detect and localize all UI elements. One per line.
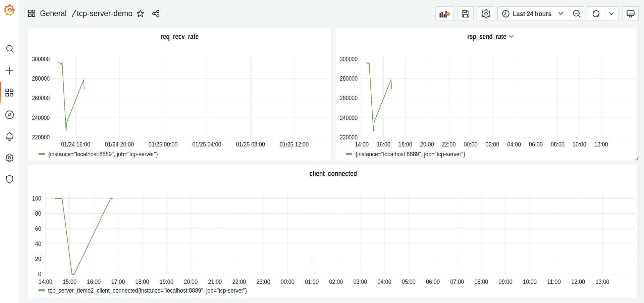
svg-text:08:00: 08:00 (474, 278, 488, 285)
svg-text:14:00: 14:00 (355, 141, 369, 148)
svg-text:21:00: 21:00 (208, 278, 222, 285)
svg-text:13:00: 13:00 (595, 278, 609, 285)
svg-text:02:00: 02:00 (329, 278, 343, 285)
svg-text:260000: 260000 (340, 95, 358, 101)
svg-text:240000: 240000 (340, 115, 358, 121)
svg-text:client_connected: client_connected (310, 169, 357, 178)
svg-text:11:00: 11:00 (547, 278, 561, 285)
svg-text:10:00: 10:00 (523, 278, 537, 285)
svg-text:04:00: 04:00 (378, 278, 391, 285)
svg-text:20:00: 20:00 (184, 278, 198, 285)
svg-text:03:00: 03:00 (353, 278, 367, 285)
svg-text:06:00: 06:00 (426, 278, 440, 285)
svg-text:280000: 280000 (340, 75, 358, 82)
svg-text:req_recv_rate: req_recv_rate (161, 32, 199, 41)
svg-text:07:00: 07:00 (450, 278, 464, 285)
svg-text:20: 20 (35, 256, 41, 262)
svg-text:220000: 220000 (32, 134, 50, 141)
svg-text:tcp-server-demo: tcp-server-demo (77, 9, 132, 18)
svg-text:04:00: 04:00 (507, 141, 521, 148)
svg-text:00:00: 00:00 (464, 141, 477, 148)
svg-text:0: 0 (38, 271, 41, 277)
svg-text:06:00: 06:00 (529, 141, 543, 148)
svg-text:220000: 220000 (340, 134, 358, 141)
svg-text:01/25 12:00: 01/25 12:00 (280, 141, 309, 148)
svg-text:240000: 240000 (32, 115, 50, 121)
svg-text:14:00: 14:00 (39, 278, 52, 285)
svg-text:01/25 04:00: 01/25 04:00 (192, 141, 221, 148)
svg-text:40: 40 (35, 241, 41, 247)
svg-text:280000: 280000 (32, 75, 50, 82)
svg-text:rsp_send_rate: rsp_send_rate (467, 32, 506, 41)
svg-text:18:00: 18:00 (398, 141, 412, 148)
svg-text:02:00: 02:00 (485, 141, 499, 148)
svg-text:{instance="localhost:8889", jo: {instance="localhost:8889", job="tcp-ser… (48, 150, 158, 158)
svg-text:300000: 300000 (32, 56, 50, 62)
svg-text:23:00: 23:00 (257, 278, 270, 285)
svg-text:08:00: 08:00 (551, 141, 565, 148)
svg-text:17:00: 17:00 (111, 278, 125, 285)
svg-text:60: 60 (35, 225, 41, 232)
svg-text:300000: 300000 (340, 56, 358, 62)
svg-text:22:00: 22:00 (232, 278, 246, 285)
svg-text:18:00: 18:00 (136, 278, 149, 285)
svg-text:General: General (40, 9, 66, 18)
svg-text:80: 80 (35, 210, 41, 217)
svg-text:tcp_server_demo2_client_connec: tcp_server_demo2_client_connected{instan… (48, 287, 247, 294)
svg-text:Last 24 hours: Last 24 hours (513, 10, 551, 17)
svg-text:22:00: 22:00 (442, 141, 456, 148)
svg-text:20:00: 20:00 (420, 141, 434, 148)
svg-text:16:00: 16:00 (377, 141, 390, 148)
svg-text:00:00: 00:00 (281, 278, 294, 285)
svg-text:10:00: 10:00 (573, 141, 586, 148)
svg-text:15:00: 15:00 (63, 278, 76, 285)
svg-text:100: 100 (32, 195, 42, 202)
svg-text:16:00: 16:00 (87, 278, 101, 285)
svg-text:{instance="localhost:8889", jo: {instance="localhost:8889", job="tcp-ser… (356, 150, 465, 158)
svg-text:01/25 00:00: 01/25 00:00 (149, 141, 177, 148)
svg-text:260000: 260000 (32, 95, 50, 101)
svg-text:19:00: 19:00 (160, 278, 173, 285)
svg-text:01/25 08:00: 01/25 08:00 (236, 141, 265, 148)
svg-text:01:00: 01:00 (305, 278, 319, 285)
svg-text:05:00: 05:00 (402, 278, 416, 285)
svg-text:12:00: 12:00 (571, 278, 585, 285)
svg-text:12:00: 12:00 (594, 141, 608, 148)
svg-text:09:00: 09:00 (499, 278, 513, 285)
svg-text:01/24 16:00: 01/24 16:00 (61, 141, 90, 148)
svg-text:01/24 20:00: 01/24 20:00 (105, 141, 134, 148)
